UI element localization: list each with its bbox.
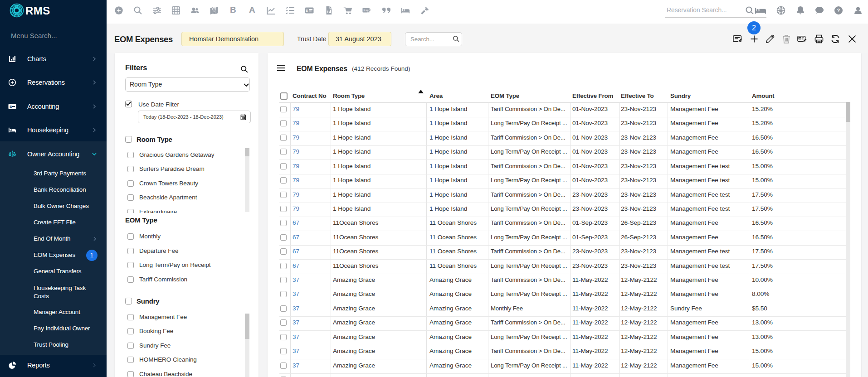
- svg-text:S: S: [10, 105, 12, 109]
- svg-text:?: ?: [837, 8, 840, 13]
- svg-text:S: S: [363, 9, 365, 12]
